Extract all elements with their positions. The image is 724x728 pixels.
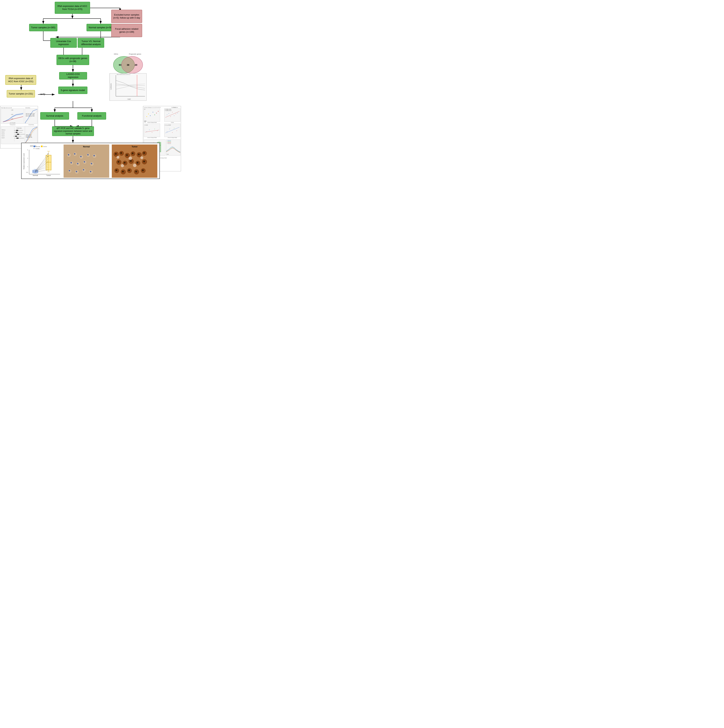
svg-point-38 — [122, 57, 143, 73]
svg-point-249 — [122, 171, 124, 173]
svg-point-258 — [141, 156, 143, 159]
focal-adhesion-box: Focal adhesion related genes (n=199) — [111, 24, 142, 37]
degs-38-box: DEGs with prognostic genes (n=38) — [57, 55, 89, 65]
svg-point-219 — [83, 169, 84, 170]
excluded-box: Excluded tumor samples (n=5): follow-up … — [111, 10, 142, 23]
lasso-plot: Log(λ) Coefficients 38 34 30 25 20 15 12… — [110, 73, 147, 101]
svg-text:— Pathway3: — Pathway3 — [166, 142, 171, 143]
svg-text:Stage3 p=0.038: Stage3 p=0.038 — [26, 137, 32, 138]
svg-text:r=-0.068, p=0.19: r=-0.068, p=0.19 — [165, 110, 171, 111]
svg-text:0.50: 0.50 — [11, 118, 13, 119]
svg-point-241 — [130, 160, 132, 162]
svg-text:2: 2 — [27, 158, 28, 159]
svg-text:— Pathway4: — Pathway4 — [166, 143, 171, 144]
svg-text:— Pathway1: — Pathway1 — [166, 140, 171, 141]
svg-point-225 — [115, 153, 117, 155]
svg-point-133 — [177, 130, 177, 131]
svg-text:r=-0.046: r=-0.046 — [144, 125, 148, 125]
svg-point-121 — [149, 130, 150, 130]
rna-icgc-box: RNA expression data of HCC from ICGC (n=… — [5, 75, 36, 85]
svg-text:Immune Subtype Model: Immune Subtype Model — [147, 137, 157, 138]
venn-diagram: DEGs Prognostic genes 93 38 20 — [110, 52, 147, 75]
survival-left-charts: Risk High-risk Low-risk Time(years) p=2.… — [0, 106, 38, 148]
svg-rect-178 — [46, 155, 51, 170]
svg-rect-42 — [110, 73, 147, 101]
svg-rect-76 — [16, 132, 17, 133]
svg-point-101 — [158, 111, 159, 112]
svg-text:1.00: 1.00 — [11, 110, 13, 110]
svg-text:AUC at 1 years: 0.738: AUC at 1 years: 0.738 — [26, 113, 34, 114]
svg-point-197 — [68, 154, 69, 156]
svg-point-115 — [177, 113, 178, 113]
svg-point-124 — [157, 130, 158, 131]
svg-point-114 — [176, 114, 176, 114]
svg-point-132 — [174, 128, 174, 128]
svg-point-211 — [84, 161, 85, 162]
svg-point-129 — [167, 132, 167, 132]
normal-50-box: Normal samples (n=50) — [87, 24, 115, 31]
svg-point-229 — [126, 154, 128, 156]
svg-point-259 — [121, 164, 124, 167]
svg-text:Risk High-risk Low-risk: Risk High-risk Low-risk — [1, 107, 12, 108]
svg-point-233 — [138, 153, 140, 155]
svg-text:Rank: Rank — [167, 154, 169, 155]
svg-point-113 — [174, 116, 174, 116]
svg-point-207 — [70, 162, 72, 164]
svg-text:0.8: 0.8 — [26, 172, 28, 173]
svg-point-217 — [76, 171, 77, 172]
functional-analysis-box: Functional analysis — [77, 112, 106, 119]
svg-text:PPP1CC: PPP1CC — [2, 130, 6, 130]
svg-text:Tumor: Tumor — [46, 174, 51, 176]
tumor-231-box: Tumor samples (n=231) — [7, 90, 35, 98]
svg-point-203 — [87, 154, 89, 156]
svg-text:Stage1 p=0.71: Stage1 p=0.71 — [26, 134, 32, 135]
svg-point-130 — [170, 129, 170, 129]
svg-point-239 — [124, 162, 125, 164]
svg-point-123 — [154, 129, 155, 129]
svg-point-251 — [128, 170, 130, 171]
svg-point-227 — [120, 152, 122, 154]
svg-text:38: 38 — [127, 64, 129, 66]
svg-rect-154 — [34, 145, 35, 147]
tumor-vs-normal-box: Tumor VS. Normal differential analysis — [78, 38, 104, 48]
flowchart-container: RNA expression data of HCC from TCGA (n=… — [0, 0, 181, 182]
svg-rect-78 — [17, 134, 19, 135]
svg-text:p=2.72e-05: p=2.72e-05 — [10, 122, 15, 124]
svg-text:Tumor: Tumor — [131, 145, 137, 148]
five-gene-box: 5-gene signature model — [58, 87, 87, 94]
svg-text:1-Specificity: 1-Specificity — [28, 124, 34, 125]
svg-text:Gene2: Gene2 — [2, 132, 5, 133]
svg-text:0.15: 0.15 — [144, 122, 146, 122]
svg-text:r=-1.1, p=0.002: r=-1.1, p=0.002 — [165, 125, 171, 125]
svg-rect-80 — [15, 136, 17, 137]
svg-point-97 — [150, 115, 151, 116]
svg-point-237 — [118, 161, 119, 163]
svg-text:Tumor: Tumor — [43, 146, 47, 147]
svg-text:38 34 30 25 20 15 12 8 5 3 1: 38 34 30 25 20 15 12 8 5 3 1 — [117, 74, 130, 75]
svg-point-213 — [91, 163, 92, 164]
svg-point-209 — [77, 163, 78, 164]
svg-text:AUC at 3 years: 0.652: AUC at 3 years: 0.652 — [26, 116, 34, 116]
rna-tcga-box: RNA expression data of HCC from TCGA (n=… — [55, 2, 90, 14]
svg-rect-74 — [16, 130, 18, 131]
svg-text:Stage2 p=0.52: Stage2 p=0.52 — [26, 136, 32, 136]
svg-point-253 — [135, 171, 137, 173]
svg-point-255 — [142, 170, 144, 171]
svg-text:20: 20 — [135, 64, 137, 66]
svg-point-260 — [133, 164, 136, 167]
svg-point-111 — [170, 116, 171, 117]
svg-text:Relative expression Level: Relative expression Level — [23, 153, 25, 169]
svg-text:Coefficients: Coefficients — [110, 83, 112, 90]
svg-point-131 — [172, 132, 173, 133]
svg-text:Prognostic genes: Prognostic genes — [129, 53, 141, 55]
svg-point-221 — [90, 171, 91, 172]
svg-point-199 — [74, 153, 75, 154]
svg-text:Normal: Normal — [35, 146, 40, 147]
svg-text:Immune Subtype Model: Immune Subtype Model — [168, 137, 177, 138]
svg-point-96 — [148, 113, 149, 114]
svg-point-95 — [147, 116, 147, 117]
svg-point-247 — [116, 170, 117, 171]
tumor-365-box: Tumor samples (n=365) — [29, 24, 57, 31]
svg-rect-93 — [144, 109, 160, 122]
svg-text:Gene3: Gene3 — [2, 133, 5, 135]
